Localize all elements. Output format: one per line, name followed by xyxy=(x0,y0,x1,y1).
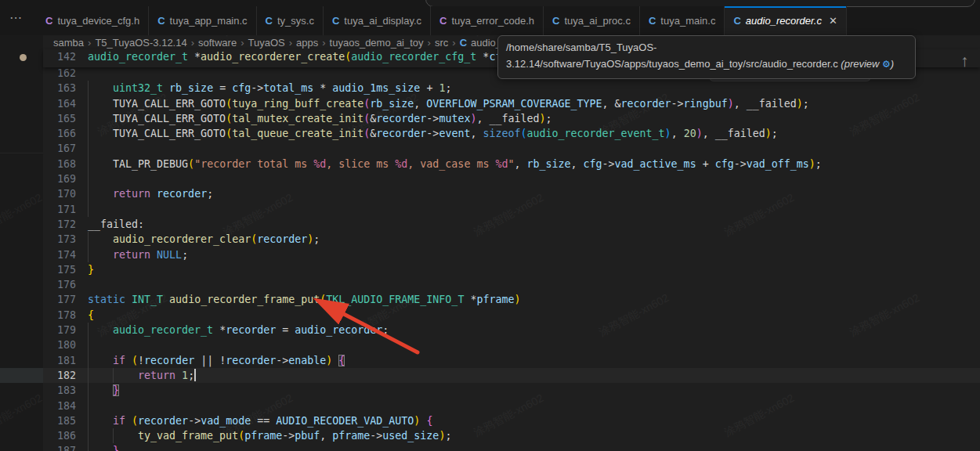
code-line-164[interactable]: 164 TUYA_CALL_ERR_GOTO(tuya_ring_buff_cr… xyxy=(43,96,980,111)
code-token xyxy=(88,233,113,245)
code-line-177[interactable]: 177static INT_T audio_recorder_frame_put… xyxy=(43,292,980,307)
code-line-178[interactable]: 178{ xyxy=(43,308,980,323)
file-path-tooltip: /home/share/samba/T5_TuyaOS- 3.12.14/sof… xyxy=(497,35,916,79)
code-line-182[interactable]: 182 return 1; xyxy=(43,368,980,383)
code-line-173[interactable]: 173 audio_recorderer_clear(recorder); xyxy=(43,232,980,247)
line-number: 177 xyxy=(43,292,76,307)
code-token: tal_queue_create_init xyxy=(232,128,363,139)
code-token: { xyxy=(338,355,345,366)
code-token xyxy=(88,370,138,381)
code-line-175[interactable]: 175} xyxy=(43,262,980,277)
code-token: 1 xyxy=(182,370,188,381)
code-token xyxy=(150,188,157,200)
tab-tuya_device_cfg.h[interactable]: Ctuya_device_cfg.h xyxy=(37,6,149,35)
line-number: 166 xyxy=(43,126,76,141)
code-token: __failed xyxy=(88,218,138,230)
code-line-181[interactable]: 181 if (!recorder || !recorder->enable) … xyxy=(43,353,980,368)
code-line-172[interactable]: 172__failed: xyxy=(43,217,980,232)
tab-tuya_app_main.c[interactable]: Ctuya_app_main.c xyxy=(149,6,256,35)
code-token xyxy=(88,249,113,261)
code-token: -> xyxy=(734,158,747,170)
tab-label: audio_recorder.c xyxy=(746,15,822,27)
code-token: recorder xyxy=(138,415,188,427)
code-editor[interactable]: 162163 uint32_t rb_size = cfg->total_ms … xyxy=(43,66,980,451)
c-file-icon: C xyxy=(157,15,165,27)
code-line-168[interactable]: 168 TAL_PR_DEBUG("recorder total ms %d, … xyxy=(43,157,980,171)
gear-icon[interactable]: ⚙ xyxy=(882,59,891,70)
close-tab-icon[interactable]: ✕ xyxy=(829,16,837,26)
tab-label: tuya_error_code.h xyxy=(452,15,535,27)
tab-tuya_error_code.h[interactable]: Ctuya_error_code.h xyxy=(431,6,544,35)
code-line-171[interactable]: 171 xyxy=(43,202,980,217)
code-line-183[interactable]: 183 } xyxy=(43,383,980,398)
code-token: -> xyxy=(282,430,295,442)
code-token: ! xyxy=(138,355,144,366)
breadcrumb-item[interactable]: tuyaos_demo_ai_toy xyxy=(330,37,424,49)
code-token: cfg xyxy=(232,82,251,94)
line-number: 183 xyxy=(43,383,76,398)
code-token: AUDIO_RECODER_VAD_AUTO xyxy=(276,415,414,427)
line-number: 180 xyxy=(43,337,76,352)
code-line-184[interactable]: 184 xyxy=(43,399,980,413)
code-token: , xyxy=(320,430,332,442)
code-line-185[interactable]: 185 if (recorder->vad_mode == AUDIO_RECO… xyxy=(43,413,980,428)
code-line-186[interactable]: 186 ty_vad_frame_put(pframe->pbuf, pfram… xyxy=(43,428,980,443)
code-token: = xyxy=(213,82,232,94)
code-token: + xyxy=(420,82,439,94)
line-number: 171 xyxy=(43,202,76,217)
code-token: TUYA_CALL_ERR_GOTO xyxy=(113,98,226,110)
code-token: TUYA_CALL_ERR_GOTO xyxy=(113,128,226,139)
breadcrumb-item[interactable]: T5_TuyaOS-3.12.14 xyxy=(95,37,186,49)
code-token: audio_1ms_size xyxy=(332,82,420,94)
code-line-content: TUYA_CALL_ERR_GOTO(tal_queue_create_init… xyxy=(88,126,778,141)
more-tabs-icon[interactable]: ⋯ xyxy=(9,10,24,25)
chevron-right-icon: › xyxy=(452,37,455,49)
code-line-187[interactable]: 187 } xyxy=(43,443,980,451)
code-token: , xyxy=(514,158,526,170)
code-token: : xyxy=(138,218,144,230)
tab-audio_recorder.c[interactable]: Caudio_recorder.c✕ xyxy=(725,6,846,35)
code-token: -> xyxy=(426,128,439,139)
scroll-top-icon[interactable]: ↑ xyxy=(960,52,969,70)
tab-tuya_ai_proc.c[interactable]: Ctuya_ai_proc.c xyxy=(544,6,640,35)
code-line-180[interactable]: 180 xyxy=(43,337,980,352)
breadcrumb-item[interactable]: src xyxy=(435,37,448,49)
line-number: 162 xyxy=(43,66,76,81)
breadcrumb-item[interactable]: apps xyxy=(296,37,318,49)
code-token: + xyxy=(696,158,715,170)
chevron-right-icon: › xyxy=(191,37,194,49)
breadcrumb-item[interactable]: TuyaOS xyxy=(248,37,285,49)
code-token xyxy=(163,82,169,94)
code-line-174[interactable]: 174 return NULL; xyxy=(43,247,980,262)
code-line-163[interactable]: 163 uint32_t rb_size = cfg->total_ms * a… xyxy=(43,81,980,96)
line-number: 163 xyxy=(43,81,76,96)
code-token: pbuf xyxy=(295,430,320,442)
code-token: audio_recorder_t xyxy=(113,324,213,336)
tab-tuya_main.c[interactable]: Ctuya_main.c xyxy=(640,6,725,35)
line-number: 178 xyxy=(43,308,76,323)
code-line-179[interactable]: 179 audio_recorder_t *recorder = audio_r… xyxy=(43,323,980,337)
code-line-167[interactable]: 167 xyxy=(43,141,980,156)
code-line-176[interactable]: 176 xyxy=(43,277,980,292)
code-line-content: TUYA_CALL_ERR_GOTO(tuya_ring_buff_create… xyxy=(88,96,809,111)
code-token: , & xyxy=(602,98,621,110)
code-line-content: } xyxy=(88,262,94,277)
tab-ty_sys.c[interactable]: Cty_sys.c xyxy=(257,6,324,35)
code-token xyxy=(88,128,113,139)
line-number: 169 xyxy=(43,171,76,186)
code-line-166[interactable]: 166 TUYA_CALL_ERR_GOTO(tal_queue_create_… xyxy=(43,126,980,141)
breadcrumb-item[interactable]: samba xyxy=(53,37,84,49)
tab-tuya_ai_display.c[interactable]: Ctuya_ai_display.c xyxy=(324,6,431,35)
code-token: ( xyxy=(226,98,232,110)
code-line-content: audio_recorder_t *recorder = audio_recor… xyxy=(88,323,389,337)
line-number: 186 xyxy=(43,428,76,443)
code-line-170[interactable]: 170 return recorder; xyxy=(43,186,980,201)
breadcrumb-item[interactable]: software xyxy=(198,37,237,49)
breakpoint-dot-icon[interactable] xyxy=(20,54,27,61)
line-number: 172 xyxy=(43,217,76,232)
code-token: return xyxy=(113,188,150,200)
code-token: -> xyxy=(251,82,263,94)
code-token: mutex xyxy=(439,113,470,124)
code-line-169[interactable]: 169 xyxy=(43,171,980,186)
code-line-165[interactable]: 165 TUYA_CALL_ERR_GOTO(tal_mutex_create_… xyxy=(43,111,980,126)
